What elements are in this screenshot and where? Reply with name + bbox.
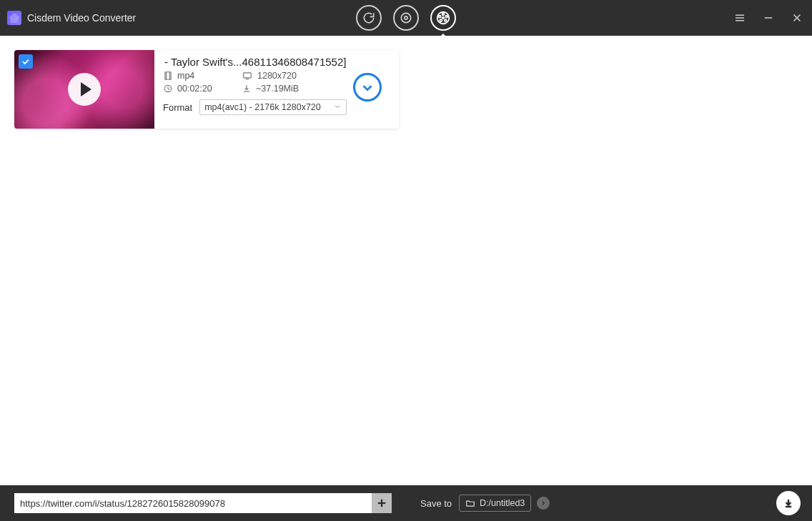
resolution-value: 1280x720	[257, 71, 297, 81]
svg-point-1	[405, 16, 407, 19]
disc-icon	[399, 11, 413, 25]
download-item-card: - Taylor Swift's...46811346808471552] mp…	[14, 50, 399, 129]
format-label: Format	[163, 102, 192, 113]
container-cell: mp4	[163, 71, 242, 81]
chevron-down-icon	[333, 102, 342, 113]
select-item-checkbox[interactable]	[19, 54, 33, 69]
download-icon	[781, 496, 796, 510]
window-controls	[731, 0, 806, 36]
close-button[interactable]	[788, 9, 806, 27]
check-icon	[21, 56, 31, 66]
app-title: Cisdem Video Converter	[27, 12, 136, 24]
minimize-icon	[762, 11, 775, 24]
content-area: - Taylor Swift's...46811346808471552] mp…	[0, 36, 812, 485]
save-to-label: Save to	[420, 498, 452, 509]
format-row: Format mp4(avc1) - 2176k 1280x720	[163, 99, 392, 115]
download-mode-button[interactable]	[430, 5, 456, 31]
file-video-icon	[163, 71, 173, 81]
svg-rect-18	[244, 73, 252, 78]
video-thumbnail[interactable]	[14, 50, 154, 129]
svg-point-8	[442, 17, 444, 19]
svg-point-0	[401, 13, 410, 22]
svg-point-5	[445, 19, 447, 21]
convert-mode-button[interactable]	[356, 5, 382, 31]
minimize-button[interactable]	[759, 9, 778, 27]
app-logo-icon	[7, 11, 21, 25]
svg-point-6	[440, 19, 442, 21]
arrow-right-icon	[540, 500, 547, 507]
item-info: - Taylor Swift's...46811346808471552] mp…	[154, 50, 399, 129]
close-icon	[791, 11, 803, 24]
monitor-icon	[242, 71, 253, 81]
svg-point-4	[445, 16, 447, 18]
rip-mode-button[interactable]	[393, 5, 419, 31]
size-value: ~37.19MiB	[256, 84, 299, 94]
hamburger-icon	[733, 11, 746, 24]
item-title: - Taylor Swift's...46811346808471552]	[164, 56, 392, 68]
status-ready-badge	[353, 73, 382, 101]
format-select-value: mp4(avc1) - 2176k 1280x720	[204, 102, 321, 112]
download-size-icon	[242, 84, 252, 94]
folder-icon	[465, 498, 475, 508]
mode-switch-group	[356, 0, 456, 36]
save-path-chip[interactable]: D:/untitled3	[459, 495, 531, 512]
resolution-cell: 1280x720	[242, 71, 342, 81]
titlebar: Cisdem Video Converter	[0, 0, 812, 36]
film-reel-icon	[435, 10, 451, 26]
duration-value: 00:02:20	[177, 84, 212, 94]
clock-icon	[163, 84, 173, 94]
save-path-value: D:/untitled3	[480, 498, 525, 508]
refresh-icon	[362, 11, 376, 25]
chevron-down-icon	[360, 79, 375, 95]
menu-button[interactable]	[731, 9, 749, 27]
play-button[interactable]	[68, 73, 101, 106]
svg-point-3	[442, 13, 445, 15]
container-value: mp4	[177, 71, 194, 81]
plus-icon	[375, 497, 388, 510]
start-download-button[interactable]	[776, 491, 801, 515]
size-cell: ~37.19MiB	[242, 84, 342, 94]
open-folder-button[interactable]	[537, 497, 550, 510]
svg-point-7	[439, 16, 441, 18]
duration-cell: 00:02:20	[163, 84, 242, 94]
add-url-button[interactable]	[372, 493, 392, 513]
url-input[interactable]	[14, 493, 372, 513]
bottombar: Save to D:/untitled3	[0, 485, 812, 521]
format-select[interactable]: mp4(avc1) - 2176k 1280x720	[199, 99, 347, 115]
